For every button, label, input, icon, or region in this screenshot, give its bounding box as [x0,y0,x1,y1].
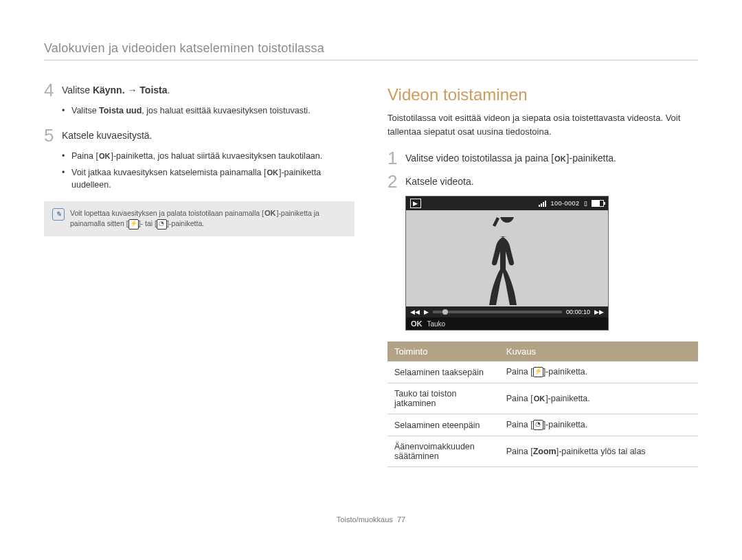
col-header-function: Toiminto [387,341,499,361]
rewind-icon: ◀◀ [410,309,420,315]
volume-icon [539,201,546,207]
right-column: Videon toistaminen Toistotilassa voit es… [387,81,698,467]
content-columns: 4 Valitse Käynn. → Toista. • Valitse Toi… [44,81,698,467]
ok-icon: OK [554,155,567,163]
step-2: 2 Katsele videota. [387,172,698,190]
step-4: 4 Valitse Käynn. → Toista. [44,81,355,99]
left-column: 4 Valitse Käynn. → Toista. • Valitse Toi… [44,81,355,467]
table-row: Äänenvoimakkuuden säätäminen Paina [Zoom… [387,436,698,467]
table-row: Selaaminen taaksepäin Paina [⚡]-painiket… [387,361,698,383]
intro-text: Toistotilassa voit esittää videon ja sie… [387,111,698,138]
step-text: Katsele videota. [405,172,698,187]
section-heading: Videon toistaminen [387,85,698,104]
pause-label: Tauko [427,320,446,328]
forward-icon: ▶▶ [594,309,604,315]
page-footer: Toisto/muokkaus 77 [44,515,698,524]
progress-bar [433,311,562,313]
step-text: Katsele kuvaesitystä. [62,126,355,141]
ok-icon: OK [98,151,111,162]
bullet-icon: • [62,166,71,191]
battery-icon [592,200,604,207]
table-row: Tauko tai toiston jatkaminen Paina [OK]-… [387,383,698,414]
ok-icon: OK [266,168,279,179]
card-icon: ▯ [584,200,588,207]
file-counter: 100-0002 [550,200,579,207]
step-number: 1 [387,149,405,167]
step-text: Valitse video toistotilassa ja paina [OK… [405,149,698,164]
play-icon: ▶ [424,309,429,315]
list-item: • Paina [OK]-painiketta, jos haluat siir… [62,150,355,162]
ok-icon: OK [264,208,277,219]
step-number: 2 [387,172,405,190]
screen-footer: OK Tauko [406,317,608,330]
page-title: Valokuvien ja videoiden katseleminen toi… [44,41,698,60]
timer-icon: ◔ [533,420,543,430]
ok-icon: OK [410,320,423,328]
person-silhouette-icon [476,217,538,306]
flash-icon: ⚡ [533,367,543,377]
function-table: Toiminto Kuvaus Selaaminen taaksepäin Pa… [387,341,698,467]
step-number: 5 [44,126,62,144]
note-text: Voit lopettaa kuvaesityksen ja palata to… [70,208,346,229]
step-4-sublist: • Valitse Toista uud, jos haluat esittää… [44,104,355,117]
step-1: 1 Valitse video toistotilassa ja paina [… [387,149,698,167]
screen-status-bar: ▶ 100-0002 ▯ [406,197,608,210]
note-callout: ✎ Voit lopettaa kuvaesityksen ja palata … [44,201,355,236]
ok-icon: OK [533,394,546,403]
step-number: 4 [44,81,62,99]
step-5: 5 Katsele kuvaesitystä. [44,126,355,144]
list-item: • Voit jatkaa kuvaesityksen katselemista… [62,166,355,191]
playback-bar: ◀◀ ▶ 00:00:10 ▶▶ [406,306,608,317]
step-text: Valitse Käynn. → Toista. [62,81,355,96]
flash-icon: ⚡ [128,219,139,229]
step-5-sublist: • Paina [OK]-painiketta, jos haluat siir… [44,150,355,191]
play-mode-icon: ▶ [410,199,421,208]
timer-icon: ◔ [157,219,167,229]
manual-page: Valokuvien ja videoiden katseleminen toi… [0,0,742,544]
video-preview [406,210,608,306]
bullet-icon: • [62,104,71,117]
list-item: • Valitse Toista uud, jos haluat esittää… [62,104,355,117]
camera-screen-mock: ▶ 100-0002 ▯ ◀◀ [405,196,609,331]
note-icon: ✎ [52,208,65,221]
bullet-icon: • [62,150,71,162]
col-header-description: Kuvaus [499,341,698,361]
elapsed-time: 00:00:10 [566,309,590,315]
table-row: Selaaminen eteenpäin Paina [◔]-painikett… [387,414,698,436]
